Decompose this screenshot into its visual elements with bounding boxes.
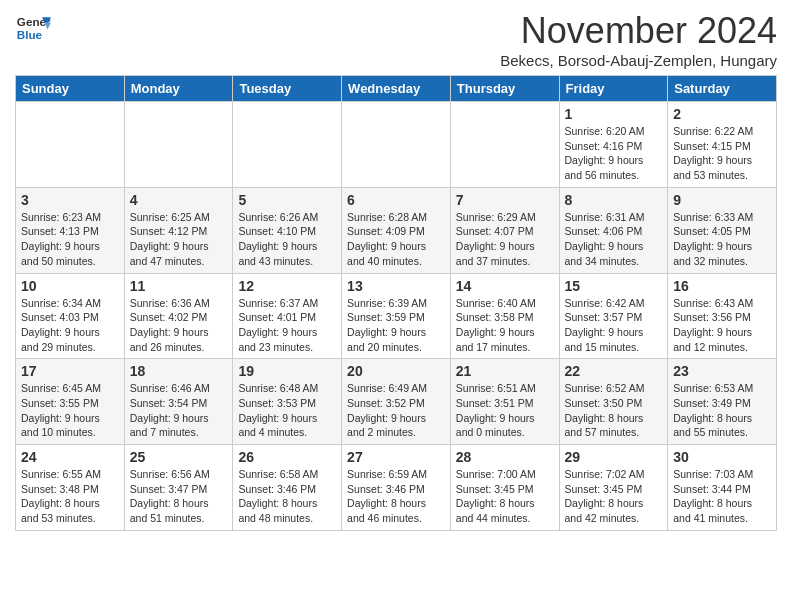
calendar-cell: 22Sunrise: 6:52 AM Sunset: 3:50 PM Dayli… [559, 359, 668, 445]
day-number: 11 [130, 278, 228, 294]
day-number: 12 [238, 278, 336, 294]
day-number: 1 [565, 106, 663, 122]
day-number: 5 [238, 192, 336, 208]
day-number: 19 [238, 363, 336, 379]
weekday-header-wednesday: Wednesday [342, 76, 451, 102]
weekday-header-friday: Friday [559, 76, 668, 102]
day-info: Sunrise: 6:29 AM Sunset: 4:07 PM Dayligh… [456, 210, 554, 269]
calendar-cell: 3Sunrise: 6:23 AM Sunset: 4:13 PM Daylig… [16, 187, 125, 273]
calendar-cell [124, 102, 233, 188]
weekday-header-monday: Monday [124, 76, 233, 102]
day-number: 6 [347, 192, 445, 208]
day-info: Sunrise: 6:39 AM Sunset: 3:59 PM Dayligh… [347, 296, 445, 355]
calendar-cell [16, 102, 125, 188]
day-number: 27 [347, 449, 445, 465]
day-number: 7 [456, 192, 554, 208]
calendar-cell: 5Sunrise: 6:26 AM Sunset: 4:10 PM Daylig… [233, 187, 342, 273]
calendar-cell [450, 102, 559, 188]
calendar-cell: 13Sunrise: 6:39 AM Sunset: 3:59 PM Dayli… [342, 273, 451, 359]
day-info: Sunrise: 6:49 AM Sunset: 3:52 PM Dayligh… [347, 381, 445, 440]
calendar-cell: 8Sunrise: 6:31 AM Sunset: 4:06 PM Daylig… [559, 187, 668, 273]
calendar-cell [342, 102, 451, 188]
calendar-cell: 16Sunrise: 6:43 AM Sunset: 3:56 PM Dayli… [668, 273, 777, 359]
calendar-cell: 20Sunrise: 6:49 AM Sunset: 3:52 PM Dayli… [342, 359, 451, 445]
day-number: 28 [456, 449, 554, 465]
day-number: 9 [673, 192, 771, 208]
day-number: 21 [456, 363, 554, 379]
calendar-cell: 6Sunrise: 6:28 AM Sunset: 4:09 PM Daylig… [342, 187, 451, 273]
day-info: Sunrise: 6:58 AM Sunset: 3:46 PM Dayligh… [238, 467, 336, 526]
day-number: 3 [21, 192, 119, 208]
day-info: Sunrise: 6:42 AM Sunset: 3:57 PM Dayligh… [565, 296, 663, 355]
day-info: Sunrise: 6:46 AM Sunset: 3:54 PM Dayligh… [130, 381, 228, 440]
day-info: Sunrise: 6:53 AM Sunset: 3:49 PM Dayligh… [673, 381, 771, 440]
day-info: Sunrise: 6:52 AM Sunset: 3:50 PM Dayligh… [565, 381, 663, 440]
day-number: 18 [130, 363, 228, 379]
subtitle: Bekecs, Borsod-Abauj-Zemplen, Hungary [500, 52, 777, 69]
day-info: Sunrise: 6:48 AM Sunset: 3:53 PM Dayligh… [238, 381, 336, 440]
calendar-cell: 7Sunrise: 6:29 AM Sunset: 4:07 PM Daylig… [450, 187, 559, 273]
calendar-cell: 17Sunrise: 6:45 AM Sunset: 3:55 PM Dayli… [16, 359, 125, 445]
day-info: Sunrise: 6:55 AM Sunset: 3:48 PM Dayligh… [21, 467, 119, 526]
calendar-cell: 21Sunrise: 6:51 AM Sunset: 3:51 PM Dayli… [450, 359, 559, 445]
day-info: Sunrise: 6:40 AM Sunset: 3:58 PM Dayligh… [456, 296, 554, 355]
calendar-cell: 10Sunrise: 6:34 AM Sunset: 4:03 PM Dayli… [16, 273, 125, 359]
calendar-cell: 28Sunrise: 7:00 AM Sunset: 3:45 PM Dayli… [450, 445, 559, 531]
weekday-header-thursday: Thursday [450, 76, 559, 102]
day-info: Sunrise: 6:22 AM Sunset: 4:15 PM Dayligh… [673, 124, 771, 183]
calendar-cell: 2Sunrise: 6:22 AM Sunset: 4:15 PM Daylig… [668, 102, 777, 188]
weekday-header-tuesday: Tuesday [233, 76, 342, 102]
calendar-cell: 30Sunrise: 7:03 AM Sunset: 3:44 PM Dayli… [668, 445, 777, 531]
day-info: Sunrise: 6:23 AM Sunset: 4:13 PM Dayligh… [21, 210, 119, 269]
calendar-cell: 27Sunrise: 6:59 AM Sunset: 3:46 PM Dayli… [342, 445, 451, 531]
day-info: Sunrise: 7:02 AM Sunset: 3:45 PM Dayligh… [565, 467, 663, 526]
day-info: Sunrise: 7:00 AM Sunset: 3:45 PM Dayligh… [456, 467, 554, 526]
calendar-cell: 12Sunrise: 6:37 AM Sunset: 4:01 PM Dayli… [233, 273, 342, 359]
day-info: Sunrise: 6:51 AM Sunset: 3:51 PM Dayligh… [456, 381, 554, 440]
calendar-cell: 23Sunrise: 6:53 AM Sunset: 3:49 PM Dayli… [668, 359, 777, 445]
day-number: 24 [21, 449, 119, 465]
day-info: Sunrise: 6:36 AM Sunset: 4:02 PM Dayligh… [130, 296, 228, 355]
day-info: Sunrise: 6:59 AM Sunset: 3:46 PM Dayligh… [347, 467, 445, 526]
calendar-cell: 29Sunrise: 7:02 AM Sunset: 3:45 PM Dayli… [559, 445, 668, 531]
calendar-cell: 11Sunrise: 6:36 AM Sunset: 4:02 PM Dayli… [124, 273, 233, 359]
day-number: 4 [130, 192, 228, 208]
day-info: Sunrise: 6:34 AM Sunset: 4:03 PM Dayligh… [21, 296, 119, 355]
svg-text:Blue: Blue [17, 28, 43, 41]
weekday-header-saturday: Saturday [668, 76, 777, 102]
day-number: 10 [21, 278, 119, 294]
day-info: Sunrise: 6:33 AM Sunset: 4:05 PM Dayligh… [673, 210, 771, 269]
month-title: November 2024 [500, 10, 777, 52]
calendar: SundayMondayTuesdayWednesdayThursdayFrid… [15, 75, 777, 531]
day-info: Sunrise: 7:03 AM Sunset: 3:44 PM Dayligh… [673, 467, 771, 526]
day-number: 14 [456, 278, 554, 294]
day-number: 29 [565, 449, 663, 465]
calendar-cell: 24Sunrise: 6:55 AM Sunset: 3:48 PM Dayli… [16, 445, 125, 531]
day-number: 20 [347, 363, 445, 379]
day-info: Sunrise: 6:25 AM Sunset: 4:12 PM Dayligh… [130, 210, 228, 269]
calendar-cell: 26Sunrise: 6:58 AM Sunset: 3:46 PM Dayli… [233, 445, 342, 531]
day-number: 13 [347, 278, 445, 294]
day-number: 25 [130, 449, 228, 465]
day-info: Sunrise: 6:37 AM Sunset: 4:01 PM Dayligh… [238, 296, 336, 355]
calendar-cell [233, 102, 342, 188]
day-number: 23 [673, 363, 771, 379]
calendar-cell: 1Sunrise: 6:20 AM Sunset: 4:16 PM Daylig… [559, 102, 668, 188]
calendar-cell: 25Sunrise: 6:56 AM Sunset: 3:47 PM Dayli… [124, 445, 233, 531]
day-number: 22 [565, 363, 663, 379]
day-info: Sunrise: 6:43 AM Sunset: 3:56 PM Dayligh… [673, 296, 771, 355]
day-number: 16 [673, 278, 771, 294]
calendar-cell: 4Sunrise: 6:25 AM Sunset: 4:12 PM Daylig… [124, 187, 233, 273]
calendar-cell: 18Sunrise: 6:46 AM Sunset: 3:54 PM Dayli… [124, 359, 233, 445]
calendar-cell: 19Sunrise: 6:48 AM Sunset: 3:53 PM Dayli… [233, 359, 342, 445]
calendar-cell: 15Sunrise: 6:42 AM Sunset: 3:57 PM Dayli… [559, 273, 668, 359]
day-number: 15 [565, 278, 663, 294]
day-number: 8 [565, 192, 663, 208]
day-info: Sunrise: 6:28 AM Sunset: 4:09 PM Dayligh… [347, 210, 445, 269]
day-info: Sunrise: 6:31 AM Sunset: 4:06 PM Dayligh… [565, 210, 663, 269]
calendar-cell: 14Sunrise: 6:40 AM Sunset: 3:58 PM Dayli… [450, 273, 559, 359]
day-info: Sunrise: 6:45 AM Sunset: 3:55 PM Dayligh… [21, 381, 119, 440]
logo: General Blue [15, 10, 51, 46]
title-block: November 2024 Bekecs, Borsod-Abauj-Zempl… [500, 10, 777, 69]
day-info: Sunrise: 6:20 AM Sunset: 4:16 PM Dayligh… [565, 124, 663, 183]
